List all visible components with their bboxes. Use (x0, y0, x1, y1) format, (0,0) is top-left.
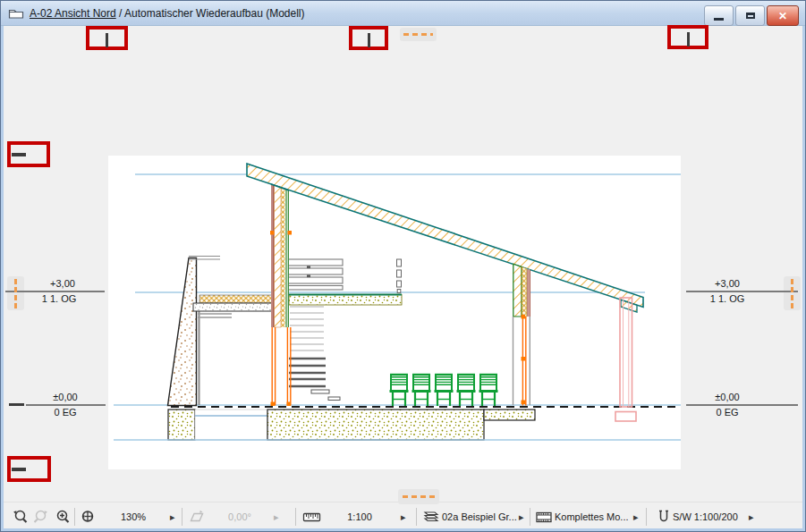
level-value-upper-right: +3,00 (690, 278, 765, 289)
ruler-icon (302, 508, 322, 526)
level-story-upper-left: 1 1. OG (22, 293, 96, 304)
level-tick-ground-left (9, 403, 24, 406)
section-marker-icon (687, 32, 690, 46)
section-wall-left[interactable] (271, 184, 289, 327)
folder-icon (8, 6, 24, 21)
level-line-ground-left[interactable] (26, 404, 106, 406)
section-marker-icon (368, 33, 370, 47)
scale-control[interactable]: 1:100 (322, 502, 397, 531)
scale-button[interactable] (302, 502, 322, 531)
zoom-level-flyout-arrow[interactable]: ▸ (170, 502, 175, 531)
rotate-view-icon (188, 508, 206, 526)
shelf-unit[interactable] (287, 259, 343, 290)
layer-combination-button[interactable] (422, 502, 440, 531)
drawing-canvas[interactable] (108, 156, 681, 469)
highlight-box-top-center (349, 26, 388, 50)
highlight-box-left-lower (7, 456, 51, 482)
level-marker-icon (12, 468, 26, 471)
layers-icon (422, 508, 440, 526)
close-button[interactable]: ✕ (767, 5, 799, 26)
highlight-box-left-upper (7, 141, 50, 167)
close-icon: ✕ (778, 11, 787, 21)
level-line-upper-left[interactable] (5, 291, 105, 292)
level-story-ground-right: 0 EG (690, 407, 765, 418)
chairs[interactable] (390, 375, 498, 406)
maximize-icon (746, 13, 755, 19)
layer-combination-value: 02a Beispiel Gr... (442, 511, 517, 522)
marquee-chip-bottom[interactable] (398, 489, 439, 504)
upper-floor-slab[interactable] (193, 295, 402, 318)
level-story-upper-right: 1 1. OG (690, 293, 765, 304)
window-border-left (1, 26, 4, 531)
zoom-previous-icon (11, 508, 29, 526)
maximize-button[interactable] (735, 5, 765, 26)
window-title-view: A-02 Ansicht Nord (30, 7, 116, 20)
level-value-ground-left: ±0,00 (30, 392, 101, 402)
layer-combination-flyout-arrow[interactable]: ▸ (519, 502, 524, 531)
level-marker-icon (12, 153, 26, 156)
level-line-ground-right[interactable] (686, 404, 798, 406)
highlight-box-top-right (667, 25, 708, 49)
titlebar[interactable]: A-02 Ansicht Nord / Automatischer Wieder… (1, 1, 805, 26)
pen-set-flyout-arrow[interactable]: ▸ (749, 502, 754, 531)
level-value-upper-left: +3,00 (26, 278, 99, 289)
marquee-dash-right-icon[interactable] (791, 279, 793, 308)
window-title: A-02 Ansicht Nord / Automatischer Wieder… (30, 7, 304, 20)
rotation-angle-control[interactable]: 0,00° (208, 502, 272, 531)
fit-in-window-button[interactable] (79, 502, 97, 531)
rotation-flyout-arrow: ▸ (274, 502, 279, 531)
pink-column[interactable] (615, 298, 636, 421)
window-border-bottom (1, 528, 805, 531)
left-battered-wall[interactable] (168, 257, 221, 406)
level-story-ground-left: 0 EG (30, 407, 101, 418)
zoom-next-button[interactable] (32, 502, 50, 531)
marquee-dash-bottom-icon (403, 495, 435, 498)
minimize-icon (714, 18, 724, 21)
section-marker-icon (106, 33, 108, 47)
marquee-dash-left-icon[interactable] (14, 279, 17, 308)
application-window: A-02 Ansicht Nord / Automatischer Wieder… (0, 0, 806, 532)
zoom-in-button[interactable] (54, 502, 72, 531)
rotate-view-button[interactable] (188, 502, 206, 531)
zoom-next-icon (32, 508, 50, 526)
level-line-upper-right[interactable] (686, 291, 798, 292)
zoom-previous-button[interactable] (11, 502, 29, 531)
layer-combination-control[interactable]: 02a Beispiel Gr... (442, 502, 519, 531)
rotation-angle-value: 0,00° (208, 511, 272, 522)
window-title-rest: / Automatischer Wiederaufbau (Modell) (116, 7, 305, 20)
hanging-rod[interactable] (397, 259, 402, 293)
pen-set-value: S/W 1:100/200 (673, 511, 738, 522)
foundation[interactable] (168, 410, 535, 440)
pen-set-control[interactable]: S/W 1:100/200 (673, 502, 746, 531)
quick-options-toolbar: 130% ▸ 0,00° ▸ 1:100 ▸ (4, 502, 802, 531)
marquee-dash-top-icon (403, 33, 433, 36)
pen-set-icon (655, 508, 673, 526)
minimize-button[interactable] (704, 5, 734, 26)
zoom-level-control[interactable]: 130% (98, 502, 169, 531)
zoom-level-value: 130% (98, 511, 169, 522)
level-value-ground-right: ±0,00 (690, 392, 765, 402)
marquee-chip-top[interactable] (400, 28, 437, 41)
model-view-options-button[interactable] (535, 502, 553, 531)
section-wall-right[interactable] (513, 264, 530, 405)
elevation-drawing (108, 156, 681, 469)
highlight-box-top-left (86, 26, 128, 50)
zoom-in-icon (54, 508, 72, 526)
scale-flyout-arrow[interactable]: ▸ (401, 502, 406, 531)
pen-set-button[interactable] (655, 502, 673, 531)
model-view-options-control[interactable]: Komplettes Mo... (555, 502, 633, 531)
model-view-flyout-arrow[interactable]: ▸ (633, 502, 639, 531)
film-strip-icon (535, 508, 553, 526)
window-border-right (802, 26, 805, 531)
model-view-options-value: Komplettes Mo... (555, 511, 629, 522)
scale-value: 1:100 (322, 511, 397, 522)
fit-in-window-icon (79, 508, 97, 526)
staircase[interactable] (289, 307, 340, 401)
